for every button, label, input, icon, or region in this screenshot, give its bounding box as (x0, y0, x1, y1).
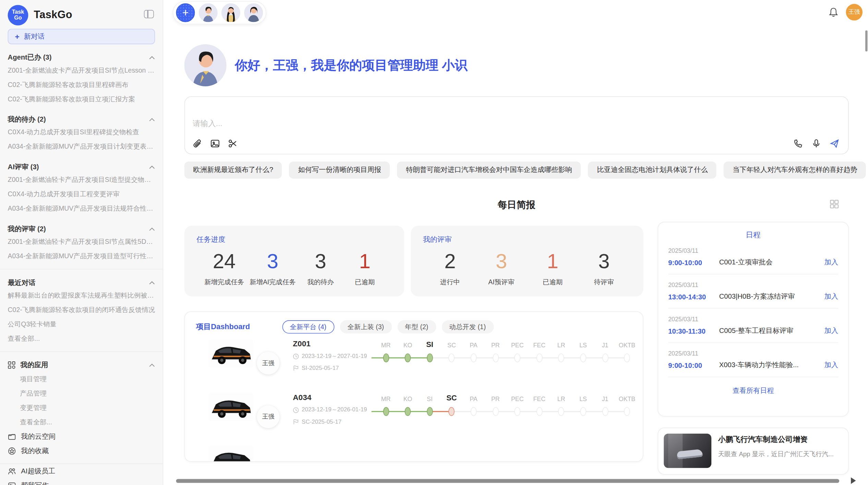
sidebar-item[interactable]: C02-飞腾新能源轻客改款项目里程碑画布 (8, 77, 155, 92)
milestone-node[interactable] (536, 353, 542, 362)
project-row[interactable]: 王强A0342023-12-19～2026-01-19SC-2025-05-17… (196, 387, 632, 441)
milestone-node[interactable] (470, 353, 477, 362)
sidebar-item[interactable]: 公司Q3轻卡销量 (8, 317, 155, 331)
suggestion-chips: 欧洲新规最近颁布了什么?如何写一份清晰的项目周报特朗普可能对进口汽车增税会对中国… (184, 162, 849, 179)
milestone-node[interactable] (405, 407, 411, 416)
new-chat-button[interactable]: + 新对话 (8, 29, 155, 44)
sidebar-app-item[interactable]: 产品管理 (8, 386, 155, 400)
stat-card-title[interactable]: 任务进度 (196, 235, 392, 245)
sidebar-item-my-apps[interactable]: 我的应用 (8, 358, 155, 372)
milestone-node[interactable] (492, 407, 498, 416)
milestone-node[interactable] (383, 407, 389, 416)
sidebar-item[interactable]: C02-飞腾新能源轻客改款项目的闭环通告反馈情况 (8, 302, 155, 317)
sidebar-item[interactable]: 解释最新出台的欧盟报废车法规再生塑料比例被调至15%... (8, 288, 155, 302)
chevron-up-icon[interactable] (149, 165, 155, 169)
sidebar-section-header[interactable]: 我的待办 (2) (8, 114, 155, 125)
milestone-node[interactable] (536, 407, 542, 416)
sidebar-tool[interactable]: 帮我写作 (8, 478, 155, 485)
sidebar-app-item[interactable]: 查看全部... (8, 415, 155, 429)
sidebar-item[interactable]: A034-全新新能源MUV产品开发项目计划变更表编写 (8, 139, 155, 154)
agent-avatar[interactable] (244, 3, 263, 22)
event-join-link[interactable]: 加入 (824, 361, 838, 370)
sidebar-app-item[interactable]: 变更管理 (8, 400, 155, 415)
sidebar-item[interactable]: A034-全新新能源MUV产品开发项目法规符合性评审 (8, 201, 155, 216)
image-icon[interactable] (210, 139, 220, 148)
event-join-link[interactable]: 加入 (824, 258, 838, 267)
suggestion-chip[interactable]: 如何写一份清晰的项目周报 (289, 162, 390, 179)
send-icon[interactable] (830, 139, 839, 148)
milestone-node[interactable] (492, 353, 498, 362)
notification-bell-icon[interactable] (829, 7, 838, 17)
sidebar-tool[interactable]: AI超级员工 (8, 464, 155, 478)
stat-card-title[interactable]: 我的评审 (423, 235, 631, 245)
phone-icon[interactable] (793, 139, 803, 148)
milestone-node[interactable] (624, 353, 630, 362)
dashboard-tab[interactable]: 全新平台 (4) (282, 320, 334, 334)
chevron-up-icon[interactable] (149, 117, 155, 121)
chevron-up-icon[interactable] (149, 281, 155, 285)
chevron-up-icon[interactable] (149, 227, 155, 231)
sidebar-section-header[interactable]: Agent已办 (3) (8, 52, 155, 63)
scroll-right-arrow[interactable] (851, 477, 856, 484)
suggestion-chip[interactable]: 当下年轻人对汽车外观有怎样的喜好趋势 (724, 162, 866, 179)
milestone-node[interactable] (470, 407, 477, 416)
sidebar-item[interactable]: C0X4-动力总成开发项目工程变更评审 (8, 187, 155, 201)
milestone-node[interactable] (580, 353, 586, 362)
scissors-icon[interactable] (228, 139, 237, 148)
sidebar-item[interactable]: Z001-全新燃油皮卡产品开发项目SI节点Lesson Learn报告 (8, 63, 155, 77)
milestone-node[interactable] (449, 353, 455, 362)
app-title: TaskGo (34, 9, 72, 21)
sidebar-app-item[interactable]: 项目管理 (8, 372, 155, 386)
sidebar-section-header[interactable]: 我的评审 (2) (8, 223, 155, 234)
agent-avatar[interactable] (221, 3, 240, 22)
add-agent-button[interactable]: + (176, 3, 195, 22)
news-card[interactable]: 小鹏飞行汽车制造公司增资 天眼查 App 显示，近日广州汇天飞行汽... (658, 427, 849, 474)
sidebar-item[interactable]: C0X4-动力总成开发项目SI里程碑提交物检查 (8, 125, 155, 139)
horizontal-scrollbar[interactable] (176, 479, 840, 483)
sidebar-item[interactable]: A034-全新新能源MUV产品开发项目造型可行性评审 (8, 249, 155, 263)
milestone-node[interactable] (602, 353, 608, 362)
milestone-node[interactable] (514, 353, 520, 362)
view-all-schedule-link[interactable]: 查看所有日程 (668, 386, 838, 395)
milestone-node[interactable] (558, 353, 564, 362)
sidebar-item[interactable]: Z001-全新燃油轻卡产品开发项目SI造型提交物评审 (8, 173, 155, 187)
milestone-node[interactable] (514, 407, 520, 416)
project-row[interactable]: 王强Z0012023-12-19～2027-01-19SI-2025-05-17… (196, 334, 632, 387)
event-join-link[interactable]: 加入 (824, 326, 838, 336)
milestone-node[interactable] (602, 407, 608, 416)
milestone-node[interactable] (427, 353, 433, 362)
suggestion-chip[interactable]: 欧洲新规最近颁布了什么? (184, 162, 282, 179)
chevron-up-icon[interactable] (149, 55, 155, 59)
milestone-node[interactable] (558, 407, 564, 416)
milestone-node[interactable] (449, 407, 455, 416)
sidebar-shortcut[interactable]: 我的云空间 (8, 429, 155, 444)
sidebar-section-header[interactable]: AI评审 (3) (8, 162, 155, 173)
milestone-node[interactable] (383, 353, 389, 362)
sidebar-collapse-icon[interactable] (144, 10, 154, 18)
paperclip-icon[interactable] (193, 139, 202, 148)
milestone-node[interactable] (427, 407, 433, 416)
greeting-text: 你好，王强，我是你的项目管理助理 小识 (235, 57, 468, 74)
dashboard-tab[interactable]: 年型 (2) (397, 320, 436, 334)
sidebar-shortcut[interactable]: 我的收藏 (8, 444, 155, 458)
agent-avatar[interactable] (199, 3, 218, 22)
milestone-node[interactable] (405, 353, 411, 362)
sidebar-item[interactable]: Z001-全新燃油轻卡产品开发项目SI节点属性5D文件评审 (8, 235, 155, 249)
sidebar-section-header[interactable]: 最近对话 (8, 277, 155, 288)
milestone-node[interactable] (624, 407, 630, 416)
user-avatar[interactable]: 王强 (846, 4, 863, 20)
suggestion-chip[interactable]: 比亚迪全固态电池计划具体说了什么 (588, 162, 717, 179)
milestone-node[interactable] (580, 407, 586, 416)
suggestion-chip[interactable]: 特朗普可能对进口汽车增税会对中国车企造成哪些影响 (397, 162, 581, 179)
dashboard-tab[interactable]: 动总开发 (1) (442, 320, 494, 334)
chevron-up-icon[interactable] (149, 363, 155, 367)
layout-grid-icon[interactable] (830, 200, 839, 209)
chat-input[interactable] (193, 119, 657, 135)
vertical-scrollbar[interactable] (865, 30, 867, 51)
milestone-label: SI (418, 340, 442, 348)
sidebar-item[interactable]: 查看全部... (8, 331, 155, 346)
dashboard-tab[interactable]: 全新上装 (3) (340, 320, 392, 334)
event-join-link[interactable]: 加入 (824, 292, 838, 301)
sidebar-item[interactable]: C02-飞腾新能源轻客改款项目立项汇报方案 (8, 92, 155, 106)
microphone-icon[interactable] (811, 139, 821, 148)
